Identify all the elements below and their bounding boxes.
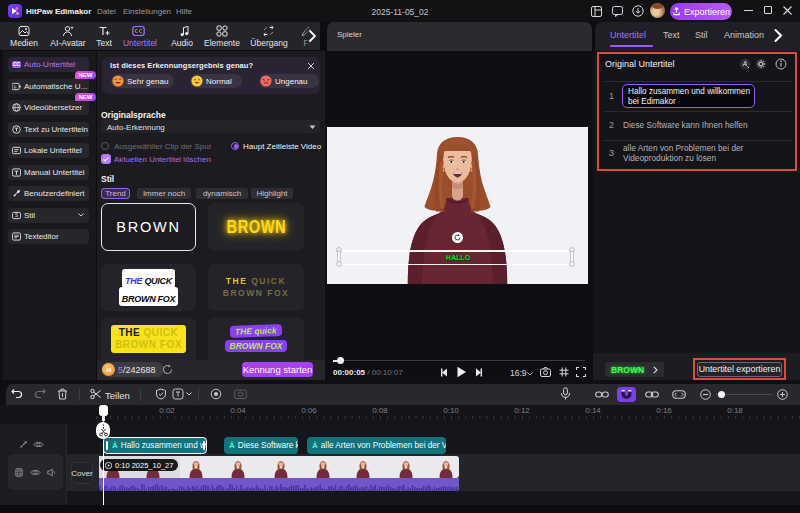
svg-text:CC: CC — [13, 62, 21, 67]
svg-text:S: S — [15, 213, 18, 218]
svg-text:A: A — [742, 60, 747, 67]
